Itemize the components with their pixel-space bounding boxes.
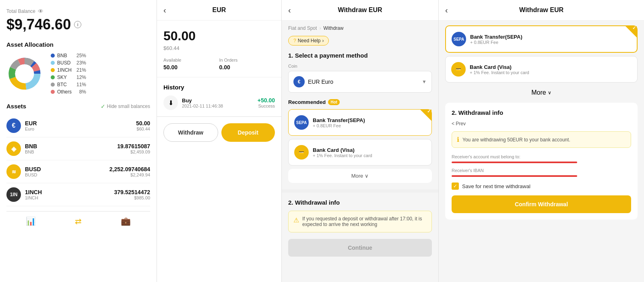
total-balance-amount: $9,746.60 i [6,16,150,33]
history-buy-icon: ⬇ [163,95,178,110]
sepa-selected-info: Bank Transfer(SEPA) + 0.8EUR Fee [470,34,522,45]
withdraw-content: Fiat and Spot › Withdraw ? Need Help › 1… [282,21,438,261]
transfer-icon: ⇄ [75,216,82,226]
bank-card-option[interactable]: 💳 Bank Card (Visa) + 1% Fee. Instant to … [445,56,638,83]
asset-usd-eur: $60.44 [136,126,150,131]
asset-icon-busd: ≋ [6,164,21,179]
eye-icon[interactable]: 👁 [38,8,43,15]
asset-icon-eur: € [6,118,21,133]
sepa-info: Bank Transfer(SEPA) + 0.8EUR Fee [313,117,365,128]
nav-transfer[interactable]: ⇄ [75,216,82,226]
asset-right-bnb: 19.87615087 $2,459.09 [117,143,150,154]
panel3-back-button[interactable]: ‹ [288,6,291,15]
deposit-button[interactable]: Deposit [221,123,275,142]
asset-name-1inch: 1INCH [25,195,42,200]
asset-icon-1inch: 1IN [6,187,21,202]
step1-title: 1. Select a payment method [288,52,432,59]
payment-card-visa-inner: 💳 Bank Card (Visa) + 1% Fee. Instant to … [294,145,426,160]
legend-item-sky: SKY 12% [51,75,86,80]
asset-name-bnb: BNB [25,149,37,154]
assets-header: Assets ✓ Hide small balances [6,103,150,110]
asset-amount-bnb: 19.87615087 [117,143,150,149]
in-orders-value: 0.00 [219,64,275,70]
need-help-button[interactable]: ? Need Help › [288,36,329,46]
history-status: Success [258,104,275,108]
asset-usd-busd: $2,249.94 [109,172,150,177]
asset-amount-1inch: 379.52514472 [114,189,150,195]
section-divider [282,189,438,193]
asset-row-1inch[interactable]: 1IN 1INCH 1INCH 379.52514472 $985.00 [6,183,150,206]
selected-checkmark [420,110,431,121]
asset-row-eur[interactable]: € EUR Euro 50.00 $60.44 [6,114,150,137]
more-button-p4[interactable]: More ∨ [445,86,638,100]
panel2-back-button[interactable]: ‹ [163,6,166,15]
panel2-title: EUR [213,6,226,14]
panel4-content: SEPA Bank Transfer(SEPA) + 0.8EUR Fee 💳 … [439,21,644,224]
donut-chart-svg [6,56,43,92]
withdrawing-notice: ℹ You are withdrawing 50EUR to your bank… [452,131,631,148]
question-icon: ? [293,38,296,44]
svg-point-6 [15,64,34,83]
breadcrumb-fiat: Fiat and Spot [288,25,317,31]
history-amount: +50.00 Success [258,97,275,108]
hide-small-balances[interactable]: ✓ Hide small balances [101,103,150,110]
visa-fee: + 1% Fee. Instant to your card [313,153,372,158]
asset-row-bnb[interactable]: ◈ BNB BNB 19.87615087 $2,459.09 [6,137,150,160]
info-icon[interactable]: i [74,21,81,28]
eur-balance-section: 50.00 $60.44 [157,21,281,51]
withdraw-eur-panel: ‹ Withdraw EUR Fiat and Spot › Withdraw … [282,0,439,282]
nav-chart[interactable]: 📊 [26,216,36,226]
asset-right-eur: 50.00 $60.44 [136,120,150,131]
receiver-iban-label: Receiver's IBAN [452,168,631,173]
confirm-withdrawal-button[interactable]: Confirm Withdrawal [452,195,631,213]
panel3-header: ‹ Withdraw EUR [282,0,438,21]
asset-usd-1inch: $985.00 [114,195,150,200]
withdraw-button[interactable]: Withdraw [163,123,218,142]
history-value: +50.00 [258,97,275,104]
withdraw-eur-detail-panel: ‹ Withdraw EUR SEPA Bank Transfer(SEPA) … [439,0,644,282]
prev-link[interactable]: < Prev [452,121,631,126]
visa-option-icon: 💳 [451,62,466,77]
more-label-p4: More [531,89,546,96]
legend-item-btc: BTC 11% [51,82,86,87]
allocation-legend: BNB 25% BUSD 23% 1INCH 21% SKY 12% BTC [51,53,86,95]
sepa-selected-icon: SEPA [452,32,466,46]
coin-select-dropdown[interactable]: € EUR Euro ▼ [288,71,432,93]
selected-sepa-card[interactable]: SEPA Bank Transfer(SEPA) + 0.8EUR Fee [445,25,638,53]
breadcrumb: Fiat and Spot › Withdraw [288,25,432,31]
panel4-header: ‹ Withdraw EUR [439,0,644,21]
asset-allocation-title: Asset Allocation [6,41,150,48]
asset-name-busd: BUSD [25,172,41,177]
breadcrumb-withdraw: Withdraw [323,25,343,31]
selected-coin: EUR Euro [308,79,419,85]
save-checkbox[interactable]: ✓ [452,182,459,190]
available-value: 50.00 [163,64,219,70]
continue-button[interactable]: Continue [288,239,432,257]
total-balance-label: Total Balance 👁 [6,8,150,15]
asset-name-eur: Euro [25,126,37,131]
sepa-checkmark [625,26,637,37]
asset-amount-eur: 50.00 [136,120,150,126]
receiver-account-label: Receiver's account must belong to: [452,154,631,159]
asset-row-busd[interactable]: ≋ BUSD BUSD 2,252.09740684 $2,249.94 [6,160,150,183]
more-button[interactable]: More ∨ [288,169,432,183]
payment-card-sepa[interactable]: SEPA Bank Transfer(SEPA) + 0.8EUR Fee [288,109,432,136]
bottom-nav: 📊 ⇄ 💼 [6,211,150,231]
available-col: Available 50.00 [163,58,219,70]
step2-title: 2. Withdrawal info [288,199,432,206]
payment-card-visa[interactable]: 💳 Bank Card (Visa) + 1% Fee. Instant to … [288,139,432,166]
withdrawal-notice-text: If you requested a deposit or withdrawal… [302,216,427,227]
asset-info-busd: BUSD BUSD [25,166,41,177]
history-item: ⬇ Buy 2021-02-11 11:46:38 +50.00 Success [163,95,275,110]
coin-label: Coin [288,64,432,68]
asset-info-eur: EUR Euro [25,120,37,131]
asset-usd-bnb: $2,459.09 [117,149,150,154]
sepa-selected-name: Bank Transfer(SEPA) [470,34,522,40]
chart-icon: 📊 [26,216,36,226]
assets-title: Assets [6,103,26,110]
visa-info: Bank Card (Visa) + 1% Fee. Instant to yo… [313,147,372,158]
nav-wallet[interactable]: 💼 [121,216,131,226]
balance-row: Available 50.00 In Orders 0.00 [157,51,281,77]
asset-info-1inch: 1INCH 1INCH [25,189,42,200]
panel4-back-button[interactable]: ‹ [445,6,448,15]
